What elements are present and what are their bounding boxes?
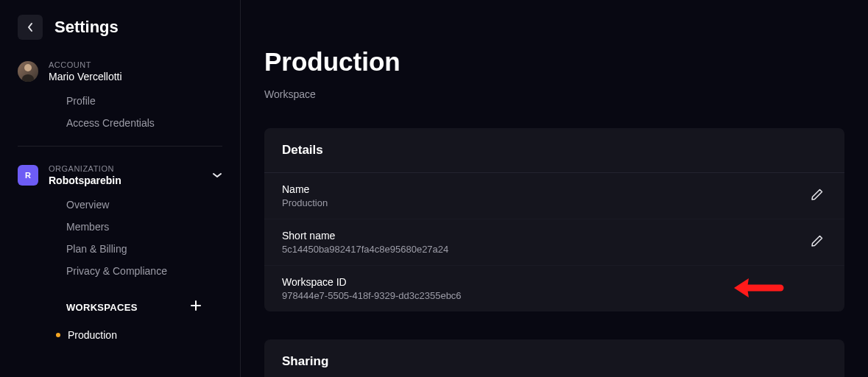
organization-section: R ORGANIZATION Robotsparebin Overview Me… <box>0 158 240 347</box>
workspace-active-dot-icon <box>56 333 60 337</box>
account-label: ACCOUNT <box>49 60 122 69</box>
sidebar-item-access-credentials[interactable]: Access Credentials <box>66 112 222 134</box>
organization-row[interactable]: R ORGANIZATION Robotsparebin <box>18 164 222 186</box>
detail-row-workspace-id: Workspace ID 978444e7-5505-418f-9329-dd3… <box>264 265 844 311</box>
sidebar-header: Settings <box>0 15 240 50</box>
detail-label: Short name <box>282 230 448 242</box>
workspace-name: Production <box>68 329 117 341</box>
detail-value: 978444e7-5505-418f-9329-dd3c2355ebc6 <box>282 290 462 301</box>
detail-row-name: Name Production <box>264 173 844 219</box>
main-content: Production Workspace Details Name Produc… <box>241 0 868 377</box>
account-name: Mario Vercellotti <box>49 71 122 82</box>
chevron-left-icon <box>27 22 34 32</box>
page-subtitle: Workspace <box>264 88 844 100</box>
edit-name-button[interactable] <box>808 185 827 207</box>
sidebar-item-plan-billing[interactable]: Plan & Billing <box>66 238 222 260</box>
organization-label: ORGANIZATION <box>49 164 202 173</box>
detail-label: Name <box>282 183 328 195</box>
detail-row-short-name: Short name 5c14450ba982417fa4c8e95680e27… <box>264 219 844 265</box>
detail-label: Workspace ID <box>282 276 462 288</box>
sidebar-item-privacy-compliance[interactable]: Privacy & Compliance <box>66 260 222 282</box>
back-button[interactable] <box>18 15 43 40</box>
avatar <box>18 61 38 82</box>
page-settings-title: Settings <box>54 18 119 37</box>
organization-icon: R <box>18 165 38 186</box>
plus-icon <box>190 300 202 311</box>
detail-value: 5c14450ba982417fa4c8e95680e27a24 <box>282 244 448 255</box>
account-section: ACCOUNT Mario Vercellotti Profile Access… <box>0 50 240 134</box>
add-workspace-button[interactable] <box>187 297 205 317</box>
organization-nav: Overview Members Plan & Billing Privacy … <box>18 186 222 282</box>
sidebar-item-workspace-production[interactable]: Production <box>18 323 222 347</box>
sidebar: Settings ACCOUNT Mario Vercellotti Profi… <box>0 0 241 377</box>
pencil-icon <box>811 234 824 247</box>
sharing-card: Sharing <box>264 339 844 377</box>
account-row[interactable]: ACCOUNT Mario Vercellotti <box>18 60 222 82</box>
sidebar-item-overview[interactable]: Overview <box>66 194 222 216</box>
chevron-down-icon <box>212 169 222 182</box>
workspaces-header: WORKSPACES <box>18 282 222 323</box>
account-nav: Profile Access Credentials <box>18 82 222 134</box>
workspaces-label: WORKSPACES <box>66 302 138 313</box>
page-title: Production <box>264 47 844 77</box>
sidebar-item-members[interactable]: Members <box>66 216 222 238</box>
organization-name: Robotsparebin <box>49 175 202 186</box>
details-card: Details Name Production Short name 5c144… <box>264 128 844 311</box>
divider <box>18 146 222 147</box>
pencil-icon <box>811 188 824 201</box>
sharing-card-header: Sharing <box>264 339 844 377</box>
sidebar-item-profile[interactable]: Profile <box>66 90 222 112</box>
detail-value: Production <box>282 197 328 208</box>
edit-short-name-button[interactable] <box>808 231 827 253</box>
details-card-header: Details <box>264 128 844 173</box>
